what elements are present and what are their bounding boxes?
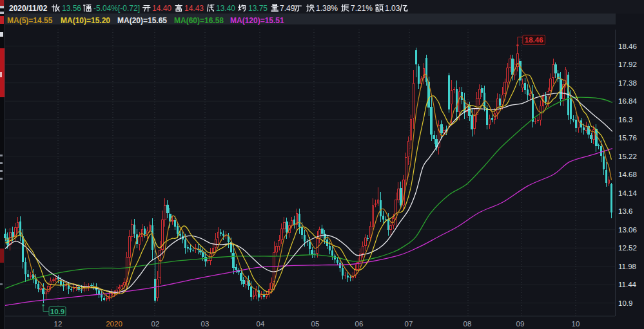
svg-text:16.84: 16.84 (618, 97, 637, 105)
svg-text:15.76: 15.76 (618, 134, 637, 142)
svg-text:13.06: 13.06 (618, 226, 637, 234)
svg-text:10: 10 (572, 320, 580, 328)
svg-text:09: 09 (516, 320, 525, 328)
svg-text:15.22: 15.22 (618, 153, 637, 160)
svg-text:17.92: 17.92 (618, 61, 637, 68)
svg-text:07: 07 (405, 320, 413, 328)
svg-text:14.68: 14.68 (618, 171, 637, 178)
svg-text:05: 05 (311, 320, 320, 328)
svg-text:12.52: 12.52 (618, 244, 637, 252)
svg-text:11.44: 11.44 (618, 281, 637, 288)
svg-text:11.98: 11.98 (618, 263, 636, 270)
svg-text:08: 08 (463, 320, 472, 328)
svg-text:04: 04 (257, 320, 265, 328)
svg-text:12: 12 (54, 320, 63, 328)
svg-text:2020: 2020 (106, 320, 122, 328)
svg-text:10.9: 10.9 (50, 308, 64, 315)
svg-text:02: 02 (151, 320, 160, 328)
svg-text:18.46: 18.46 (525, 36, 543, 44)
svg-text:18.46: 18.46 (618, 42, 637, 50)
svg-text:17.38: 17.38 (618, 79, 637, 87)
svg-text:16.3: 16.3 (618, 116, 632, 124)
svg-text:03: 03 (201, 320, 210, 328)
svg-text:06: 06 (355, 320, 364, 328)
svg-text:10.9: 10.9 (618, 299, 632, 307)
svg-text:13.6: 13.6 (618, 207, 632, 215)
svg-text:14.14: 14.14 (618, 189, 637, 197)
